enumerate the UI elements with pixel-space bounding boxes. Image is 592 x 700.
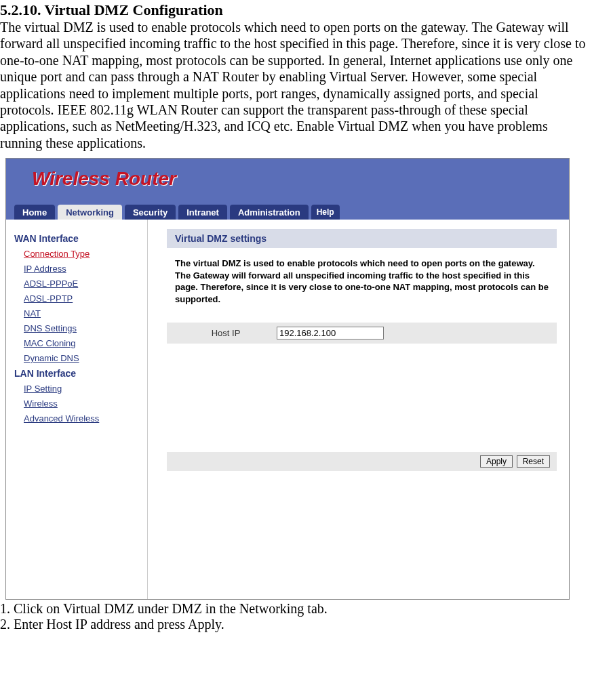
tab-security[interactable]: Security	[125, 205, 176, 220]
tab-administration[interactable]: Administration	[230, 205, 309, 220]
sidebar-ip-setting[interactable]: IP Setting	[24, 384, 147, 394]
section-title: 5.2.10. Virtual DMZ Configuration	[0, 1, 592, 19]
sidebar-adsl-pptp[interactable]: ADSL-PPTP	[24, 293, 147, 304]
sidebar: WAN Interface Connection Type IP Address…	[6, 220, 148, 599]
content-area: Virtual DMZ settings The virtual DMZ is …	[148, 220, 569, 599]
sidebar-dynamic-dns[interactable]: Dynamic DNS	[24, 353, 147, 363]
sidebar-lan-heading: LAN Interface	[14, 368, 147, 379]
router-body: WAN Interface Connection Type IP Address…	[6, 220, 569, 599]
tab-help[interactable]: Help	[311, 205, 340, 220]
reset-button[interactable]: Reset	[517, 455, 550, 468]
host-ip-input[interactable]	[277, 327, 384, 339]
sidebar-mac-cloning[interactable]: MAC Cloning	[24, 338, 147, 348]
sidebar-nat[interactable]: NAT	[24, 308, 147, 318]
sidebar-wan-heading: WAN Interface	[14, 233, 147, 244]
step-2: 2. Enter Host IP address and press Apply…	[0, 617, 592, 632]
button-row: Apply Reset	[167, 452, 557, 471]
step-1: 1. Click on Virtual DMZ under DMZ in the…	[0, 601, 592, 617]
sidebar-adsl-pppoe[interactable]: ADSL-PPPoE	[24, 279, 147, 289]
content-description: The virtual DMZ is used to enable protoc…	[175, 258, 549, 305]
host-ip-row: Host IP	[167, 323, 557, 344]
sidebar-advanced-wireless[interactable]: Advanced Wireless	[24, 413, 147, 424]
sidebar-dns-settings[interactable]: DNS Settings	[24, 323, 147, 333]
router-screenshot: Wireless Router Home Networking Security…	[5, 158, 570, 600]
sidebar-ip-address[interactable]: IP Address	[24, 264, 147, 274]
router-tabs: Home Networking Security Intranet Admini…	[14, 205, 340, 220]
sidebar-wireless[interactable]: Wireless	[24, 398, 147, 409]
tab-networking[interactable]: Networking	[58, 205, 122, 220]
router-logo: Wireless Router	[32, 168, 176, 190]
tab-home[interactable]: Home	[14, 205, 55, 220]
router-header: Wireless Router Home Networking Security…	[6, 159, 569, 220]
sidebar-connection-type[interactable]: Connection Type	[24, 249, 147, 259]
content-title: Virtual DMZ settings	[167, 229, 557, 248]
section-paragraph: The virtual DMZ is used to enable protoc…	[0, 19, 592, 151]
tab-intranet[interactable]: Intranet	[178, 205, 227, 220]
host-ip-label: Host IP	[175, 328, 277, 338]
apply-button[interactable]: Apply	[480, 455, 513, 468]
